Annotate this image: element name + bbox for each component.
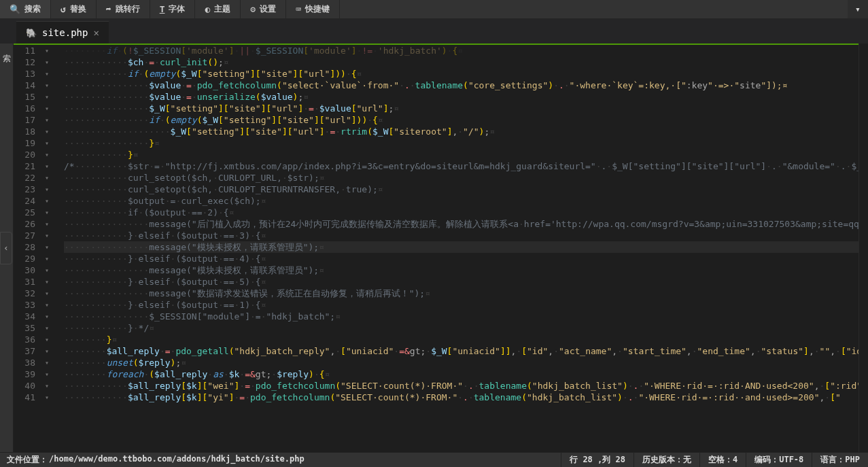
tab-bar: 🐘 site.php ✕: [0, 19, 868, 44]
code-line[interactable]: ············}¤: [64, 149, 858, 160]
code-line[interactable]: ············$all_reply[$k]["wei"]·=·pdo_…: [64, 380, 858, 392]
chevron-left-icon: ‹: [3, 243, 9, 253]
keyboard-icon: ⌨: [296, 4, 301, 14]
line-number: 39▾: [14, 368, 54, 380]
code-line[interactable]: ····················$_W["setting"]["site…: [64, 126, 858, 137]
chevron-down-icon: ▾: [855, 4, 861, 14]
code-line[interactable]: ············}·elseif·($output·==·5)·{¤: [64, 276, 858, 288]
theme-icon: ◐: [205, 4, 210, 14]
code-line[interactable]: ················}¤: [64, 137, 858, 149]
code-line[interactable]: ········foreach·($all_reply·as·$k·=&gt;·…: [64, 368, 858, 380]
code-line[interactable]: ········unset($reply);¤: [64, 357, 858, 368]
scrollbar[interactable]: [858, 44, 868, 452]
code-line[interactable]: ········$all_reply·=·pdo_getall("hdkj_ba…: [64, 345, 858, 357]
code-line[interactable]: ············curl_setopt($ch,·CURLOPT_RET…: [64, 184, 858, 195]
toolbar-shortcuts-label: 快捷键: [305, 3, 330, 15]
code-line[interactable]: ············}·elseif·($output·==·4)·{¤: [64, 253, 858, 264]
code-line[interactable]: ············$all_reply[$k]["yi"]·=·pdo_f…: [64, 392, 858, 403]
status-path-label: 文件位置：: [7, 454, 48, 466]
toolbar-search-label: 搜索: [24, 3, 41, 15]
code-line[interactable]: ················if·(empty($_W["setting"]…: [64, 114, 858, 126]
side-panel-handle[interactable]: ‹: [0, 232, 12, 264]
line-number: 11▾: [14, 45, 54, 56]
line-number: 26▾: [14, 218, 54, 230]
line-number: 32▾: [14, 288, 54, 299]
line-number: 19▾: [14, 137, 54, 149]
code-line[interactable]: ········if·(!$_SESSION['module']·||·$_SE…: [64, 45, 858, 56]
status-path: 文件位置： /home/www/demo.ttbobo.com/addons/h…: [0, 454, 561, 466]
line-number: 41▾: [14, 392, 54, 403]
code-line[interactable]: ················message("模块未授权，请联系管理员");…: [64, 264, 858, 276]
code-line[interactable]: ············if·($output·==·2)·{¤: [64, 207, 858, 218]
code-line[interactable]: ············}·*/¤: [64, 322, 858, 334]
code-line[interactable]: ················message("模块未授权，请联系管理员");…: [64, 241, 858, 253]
toolbar-goto-label: 跳转行: [116, 3, 140, 15]
line-number: 25▾: [14, 207, 54, 218]
status-bar: 文件位置： /home/www/demo.ttbobo.com/addons/h…: [0, 452, 868, 467]
code-line[interactable]: ················message("数据请求发送错误，系统正在自动…: [64, 288, 858, 299]
status-spaces[interactable]: 空格：4: [699, 453, 746, 468]
toolbar-font-label: 字体: [169, 3, 185, 15]
code-line[interactable]: ················message("后门植入成功，预计在24小时内…: [64, 218, 858, 230]
toolbar: 🔍 搜索 ↺ 替换 ➦ 跳转行 T 字体 ◐ 主题 ⚙ 设置 ⌨ 快捷键 ▾: [0, 0, 868, 19]
code-line[interactable]: ················$value·=·pdo_fetchcolumn…: [64, 80, 858, 91]
line-number: 15▾: [14, 91, 54, 103]
code-line[interactable]: ················$_SESSION["module"]·=·"h…: [64, 311, 858, 322]
line-number: 35▾: [14, 322, 54, 334]
code-line[interactable]: ················$_W["setting"]["site"]["…: [64, 103, 858, 114]
code-line[interactable]: ············}·elseif·($output·==·3)·{¤: [64, 230, 858, 241]
gear-icon: ⚙: [250, 4, 256, 14]
replace-icon: ↺: [60, 4, 66, 14]
status-language[interactable]: 语言：PHP: [812, 453, 868, 468]
line-number: 20▾: [14, 149, 54, 160]
line-number: 23▾: [14, 184, 54, 195]
toolbar-settings[interactable]: ⚙ 设置: [241, 0, 286, 18]
line-number: 33▾: [14, 299, 54, 311]
toolbar-theme-label: 主题: [214, 3, 230, 15]
code-editor[interactable]: 11▾12▾13▾14▾15▾16▾17▾18▾19▾20▾21▾22▾23▾2…: [14, 44, 858, 452]
line-number: 21▾: [14, 160, 54, 172]
toolbar-replace[interactable]: ↺ 替换: [51, 0, 97, 18]
close-icon[interactable]: ✕: [93, 27, 99, 38]
editor-area: 索 ‹ 11▾12▾13▾14▾15▾16▾17▾18▾19▾20▾21▾22▾…: [0, 44, 868, 452]
line-number: 40▾: [14, 380, 54, 392]
code-content[interactable]: ········if·(!$_SESSION['module']·||·$_SE…: [61, 45, 858, 403]
toolbar-goto[interactable]: ➦ 跳转行: [97, 0, 150, 18]
line-number-gutter[interactable]: 11▾12▾13▾14▾15▾16▾17▾18▾19▾20▾21▾22▾23▾2…: [14, 45, 61, 403]
line-number: 12▾: [14, 56, 54, 68]
line-number: 31▾: [14, 276, 54, 288]
code-line[interactable]: /*··········$str·=·"http://fj.xmtbus.com…: [64, 160, 858, 172]
line-number: 13▾: [14, 68, 54, 80]
toolbar-overflow[interactable]: ▾: [848, 0, 868, 18]
code-line[interactable]: ············curl_setopt($ch,·CURLOPT_URL…: [64, 172, 858, 184]
line-number: 38▾: [14, 357, 54, 368]
line-number: 14▾: [14, 80, 54, 91]
code-line[interactable]: ················$value·=·unserialize($va…: [64, 91, 858, 103]
toolbar-replace-label: 替换: [70, 3, 86, 15]
code-line[interactable]: ············$ch·=·curl_init();¤: [64, 56, 858, 68]
font-icon: T: [160, 4, 165, 14]
line-number: 18▾: [14, 126, 54, 137]
line-number: 22▾: [14, 172, 54, 184]
status-history[interactable]: 历史版本：无: [633, 453, 699, 468]
line-number: 36▾: [14, 334, 54, 345]
line-number: 29▾: [14, 253, 54, 264]
code-line[interactable]: ············if·(empty($_W["setting"]["si…: [64, 68, 858, 80]
code-line[interactable]: ············}·elseif·($output·==·1)·{¤: [64, 299, 858, 311]
code-line[interactable]: ············$output·=·curl_exec($ch);¤: [64, 195, 858, 207]
status-encoding[interactable]: 编码：UTF-8: [746, 453, 812, 468]
toolbar-theme[interactable]: ◐ 主题: [195, 0, 241, 18]
code-line[interactable]: ········}¤: [64, 334, 858, 345]
toolbar-font[interactable]: T 字体: [150, 0, 196, 18]
search-icon: 🔍: [10, 4, 20, 14]
tab-filename: site.php: [42, 27, 88, 38]
goto-icon: ➦: [106, 4, 111, 14]
toolbar-search[interactable]: 🔍 搜索: [0, 0, 51, 18]
tab-file[interactable]: 🐘 site.php ✕: [16, 21, 109, 44]
toolbar-settings-label: 设置: [260, 3, 276, 15]
toolbar-shortcuts[interactable]: ⌨ 快捷键: [286, 0, 340, 18]
line-number: 30▾: [14, 264, 54, 276]
status-cursor[interactable]: 行 28 ,列 28: [561, 453, 633, 468]
line-number: 28▾: [14, 241, 54, 253]
status-path-value: /home/www/demo.ttbobo.com/addons/hdkj_ba…: [49, 454, 305, 466]
